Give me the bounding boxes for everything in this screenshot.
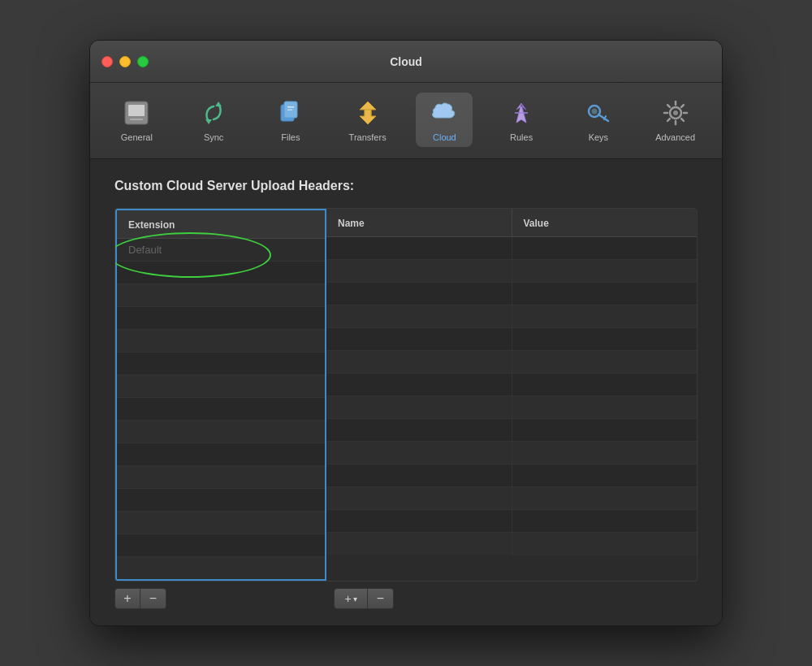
section-title: Custom Cloud Server Upload Headers: (114, 179, 698, 193)
toolbar-item-advanced[interactable]: Advanced (647, 93, 704, 147)
svg-marker-10 (360, 110, 376, 124)
table-row (117, 466, 325, 489)
advanced-label: Advanced (655, 132, 695, 142)
toolbar-item-files[interactable]: Files (262, 93, 319, 147)
rules-label: Rules (510, 132, 533, 142)
add-header-plus: + (344, 592, 351, 605)
right-controls-group: + ▾ − (334, 588, 698, 609)
cloud-label: Cloud (433, 132, 456, 142)
table-row (117, 262, 325, 284)
extension-col-inner: Extension Default (115, 209, 326, 581)
maximize-button[interactable] (137, 56, 149, 67)
name-value-columns: Name Value (326, 209, 697, 581)
extension-column: Extension Default (115, 209, 326, 581)
remove-header-button[interactable]: − (368, 588, 394, 609)
toolbar-item-rules[interactable]: Rules (493, 93, 550, 147)
general-icon (121, 97, 152, 128)
table-row (117, 534, 325, 557)
svg-rect-2 (130, 119, 143, 120)
extension-header-text: Extension (128, 219, 175, 231)
close-button[interactable] (102, 56, 113, 67)
table-row (326, 283, 697, 305)
table-row (117, 489, 325, 512)
svg-rect-1 (128, 105, 145, 116)
advanced-icon (660, 97, 691, 128)
remove-extension-button[interactable]: − (140, 588, 166, 609)
name-header-text: Name (338, 218, 365, 229)
table-row (326, 465, 697, 487)
table-row (326, 374, 697, 396)
table-row (326, 305, 697, 328)
table-row (326, 396, 697, 419)
sync-icon (198, 97, 229, 128)
bottom-controls: + − + ▾ − (114, 588, 698, 609)
svg-line-13 (598, 115, 608, 121)
headers-table: Extension Default (114, 208, 698, 582)
table-row (117, 398, 325, 421)
toolbar-item-general[interactable]: General (108, 93, 165, 147)
table-row (326, 328, 697, 351)
table-row (326, 237, 697, 260)
svg-line-21 (667, 105, 670, 107)
table-row (326, 351, 697, 374)
left-controls-group: + − (114, 588, 326, 609)
extension-col-header: Extension (117, 210, 325, 239)
svg-marker-3 (215, 102, 222, 106)
svg-line-24 (667, 119, 670, 121)
table-row (326, 442, 697, 465)
titlebar: Cloud (90, 41, 722, 83)
table-row (326, 487, 697, 510)
transfers-label: Transfers (349, 132, 387, 142)
dropdown-chevron-icon: ▾ (353, 595, 357, 603)
right-headers-row: Name Value (326, 209, 697, 237)
content-area: Custom Cloud Server Upload Headers: Exte… (90, 159, 722, 625)
table-row[interactable]: Default (117, 239, 325, 262)
add-header-dropdown-button[interactable]: + ▾ (334, 588, 368, 609)
minimize-button[interactable] (119, 56, 131, 67)
table-row (117, 284, 325, 307)
cloud-icon (429, 97, 460, 128)
toolbar-item-cloud[interactable]: Cloud (416, 93, 473, 147)
svg-line-22 (681, 119, 684, 121)
table-row (117, 512, 325, 534)
svg-rect-7 (287, 106, 294, 108)
default-row-text: Default (128, 244, 162, 256)
svg-rect-8 (287, 110, 292, 111)
transfers-icon (352, 97, 383, 128)
traffic-lights (102, 56, 149, 67)
svg-marker-4 (205, 119, 212, 124)
table-row (117, 352, 325, 375)
toolbar: General Sync (90, 83, 722, 159)
table-row (117, 421, 325, 443)
general-label: General (121, 132, 153, 142)
main-window: Cloud General (89, 40, 723, 626)
value-col-header: Value (512, 209, 698, 236)
value-header-text: Value (524, 218, 549, 229)
table-row (117, 330, 325, 352)
table-row (117, 307, 325, 330)
svg-point-16 (673, 110, 678, 115)
add-extension-button[interactable]: + (114, 588, 140, 609)
files-label: Files (281, 132, 300, 142)
table-row (326, 419, 697, 442)
right-body (326, 237, 697, 556)
table-row (326, 510, 697, 533)
rules-icon (506, 97, 537, 128)
table-row (117, 557, 325, 579)
sync-label: Sync (204, 132, 223, 142)
window-title: Cloud (390, 55, 422, 68)
toolbar-item-keys[interactable]: Keys (570, 93, 627, 147)
table-row (326, 260, 697, 283)
files-icon (275, 97, 306, 128)
table-row (326, 533, 697, 556)
table-row (117, 375, 325, 398)
name-col-header: Name (326, 209, 512, 236)
svg-point-12 (591, 109, 597, 115)
table-row (117, 443, 325, 466)
keys-label: Keys (589, 132, 608, 142)
svg-line-23 (681, 105, 684, 107)
toolbar-item-sync[interactable]: Sync (185, 93, 242, 147)
toolbar-item-transfers[interactable]: Transfers (339, 93, 396, 147)
keys-icon (583, 97, 614, 128)
